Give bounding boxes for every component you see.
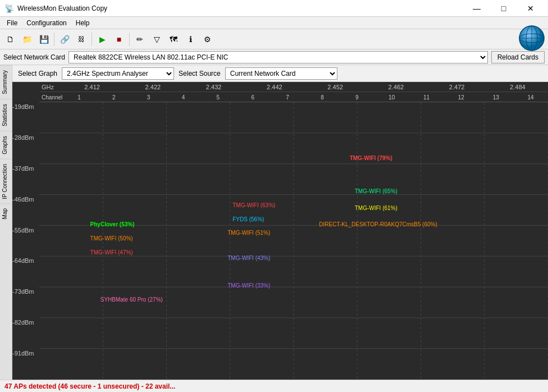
ch-10: 10: [375, 94, 409, 101]
sidebar-tab-ip[interactable]: IP Connection: [0, 159, 12, 204]
app-title: WirelessMon Evaluation Copy: [17, 4, 464, 12]
minimize-button[interactable]: —: [464, 0, 490, 17]
main-area: Summary Statistics Graphs IP Connection …: [0, 65, 548, 380]
ch-3: 3: [131, 94, 166, 101]
ch-4: 4: [166, 94, 201, 101]
filter-button[interactable]: ▽: [149, 31, 165, 47]
app-logo-icon: [518, 24, 546, 52]
freq-2452: 2.452: [305, 84, 366, 90]
network-card-row: Select Network Card Realtek 8822CE Wirel…: [0, 49, 548, 65]
freq-2442: 2.442: [244, 84, 305, 90]
maximize-button[interactable]: □: [491, 0, 517, 17]
ch-6: 6: [235, 94, 270, 101]
y-label-9: -91dBm: [12, 349, 39, 380]
status-bar: 47 APs detected (46 secure - 1 unsecured…: [0, 380, 548, 392]
ch-8: 8: [305, 94, 340, 101]
y-axis-labels: -19dBm -28dBm -37dBm -46dBm -55dBm -64dB…: [12, 82, 39, 380]
info-button[interactable]: ℹ: [182, 31, 198, 47]
y-label-1: -19dBm: [12, 102, 39, 133]
ghz-label: GHz: [39, 84, 62, 90]
sidebar: Summary Statistics Graphs IP Connection …: [0, 65, 12, 380]
ch-11: 11: [409, 94, 444, 101]
ch-9: 9: [340, 94, 375, 101]
open-button[interactable]: 📁: [19, 31, 35, 47]
y-label-5: -55dBm: [12, 226, 39, 257]
channel-label: Channel: [39, 94, 62, 101]
select-graph-label: Select Graph: [18, 70, 57, 78]
ch-13: 13: [478, 94, 513, 101]
sidebar-tab-map[interactable]: Map: [0, 203, 12, 224]
freq-2422: 2.422: [122, 84, 183, 90]
select-source-dropdown[interactable]: Current Network Card: [225, 67, 337, 80]
play-button[interactable]: ▶: [94, 31, 110, 47]
ch-2: 2: [97, 94, 131, 101]
ch-5: 5: [200, 94, 235, 101]
sidebar-tab-statistics[interactable]: Statistics: [0, 99, 12, 131]
graph-controls: Select Graph 2.4GHz Spectrum Analyser Se…: [12, 65, 548, 82]
reload-cards-button[interactable]: Reload Cards: [491, 51, 545, 63]
freq-2412: 2.412: [62, 84, 122, 90]
settings-button[interactable]: ⚙: [199, 31, 215, 47]
x-axis-header: GHz 2.412 2.422 2.432 2.442 2.452 2.462 …: [39, 82, 548, 102]
freq-2484: 2.484: [487, 84, 548, 90]
close-button[interactable]: ✕: [518, 0, 544, 17]
ch-12: 12: [444, 94, 478, 101]
toolbar-separator-2: [92, 33, 92, 46]
logo-area: [518, 24, 546, 54]
y-label-2: -28dBm: [12, 133, 39, 164]
ch-1: 1: [62, 94, 97, 101]
freq-2462: 2.462: [366, 84, 426, 90]
menu-file[interactable]: File: [2, 18, 22, 28]
y-label-7: -73dBm: [12, 287, 39, 318]
y-label-4: -46dBm: [12, 195, 39, 226]
y-label-3: -37dBm: [12, 164, 39, 195]
freq-2432: 2.432: [184, 84, 244, 90]
menu-bar: File Configuration Help: [0, 17, 548, 29]
sidebar-tab-graphs[interactable]: Graphs: [0, 131, 12, 159]
map-view-button[interactable]: 🗺: [166, 31, 181, 47]
new-button[interactable]: 🗋: [2, 31, 18, 47]
spectrum-chart: -19dBm -28dBm -37dBm -46dBm -55dBm -64dB…: [12, 82, 548, 380]
freq-2472: 2.472: [427, 84, 487, 90]
toolbar: 🗋 📁 💾 🔗 ⛓ ▶ ■ ✏ ▽ 🗺 ℹ ⚙: [0, 29, 548, 49]
disconnect-button[interactable]: ⛓: [74, 31, 89, 47]
content-area: Select Graph 2.4GHz Spectrum Analyser Se…: [12, 65, 548, 380]
ch-7: 7: [270, 94, 305, 101]
status-text: 47 APs detected (46 secure - 1 unsecured…: [4, 382, 175, 390]
save-button[interactable]: 💾: [36, 31, 52, 47]
y-label-6: -64dBm: [12, 256, 39, 287]
ch-14: 14: [513, 94, 548, 101]
plot-area: PhyClover (53%) TMG-WIFI (50%) TMG-WIFI …: [39, 102, 548, 380]
select-network-card-label: Select Network Card: [3, 53, 65, 61]
menu-configuration[interactable]: Configuration: [22, 18, 71, 28]
toolbar-separator-3: [129, 33, 130, 46]
edit-button[interactable]: ✏: [132, 31, 148, 47]
title-bar: 📡 WirelessMon Evaluation Copy — □ ✕: [0, 0, 548, 17]
app-icon: 📡: [4, 4, 14, 13]
stop-button[interactable]: ■: [111, 31, 127, 47]
toolbar-separator-1: [54, 33, 54, 46]
connect-button[interactable]: 🔗: [57, 31, 72, 47]
network-card-select[interactable]: Realtek 8822CE Wireless LAN 802.11ac PCI…: [68, 51, 488, 63]
menu-help[interactable]: Help: [71, 18, 94, 28]
select-graph-dropdown[interactable]: 2.4GHz Spectrum Analyser: [62, 67, 174, 80]
sidebar-tab-summary[interactable]: Summary: [0, 65, 12, 99]
y-label-8: -82dBm: [12, 318, 39, 349]
signals-svg: [39, 102, 548, 380]
select-source-label: Select Source: [179, 70, 221, 78]
window-controls: — □ ✕: [464, 0, 544, 17]
